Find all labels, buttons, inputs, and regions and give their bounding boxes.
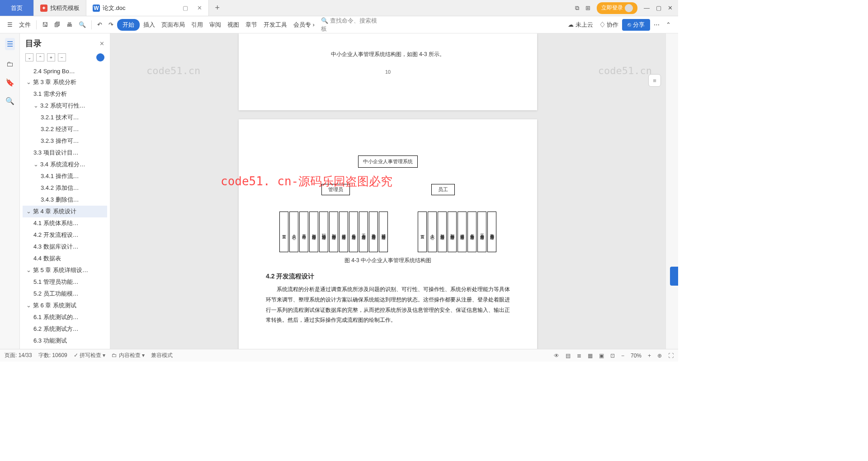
view-web-icon[interactable]: ▦: [588, 353, 593, 359]
login-button[interactable]: 立即登录: [597, 2, 637, 14]
menu-dev[interactable]: 开发工具: [261, 19, 290, 31]
eye-icon[interactable]: 👁: [554, 353, 559, 359]
paragraph: 系统流程的分析是通过调查系统所涉及问题的识别、可行性、可操作性、系统分析处理能力…: [266, 284, 510, 325]
content-check-button[interactable]: 🗀 内容检查 ▾: [112, 352, 145, 359]
tab-add[interactable]: +: [209, 0, 226, 16]
fullscreen-icon[interactable]: ⛶: [668, 353, 674, 359]
document-area[interactable]: ≡ 中小企业人事管理系统结构图，如图 4-3 所示。 10 code51. cn…: [110, 33, 665, 349]
close-icon[interactable]: ✕: [197, 5, 202, 11]
toc-item[interactable]: 3.4.1 操作流…: [23, 170, 107, 182]
float-menu-icon[interactable]: ≡: [648, 74, 661, 87]
tab-home[interactable]: 首页: [0, 0, 34, 16]
cloud-status[interactable]: ☁ 未上云: [565, 19, 596, 31]
redo-icon[interactable]: ↷: [106, 19, 116, 30]
bookmark-icon[interactable]: 🔖: [5, 78, 14, 87]
zoom-out-icon[interactable]: −: [621, 353, 624, 359]
right-gutter: [665, 33, 678, 349]
view-page-icon[interactable]: ▤: [566, 353, 571, 359]
structure-diagram: 中小企业人事管理系统 管理员 员工 首页个人中心员工管理部门信息管理职位信息管理…: [279, 155, 496, 252]
toc-item[interactable]: 第 5 章 系统详细设…: [23, 264, 107, 276]
toc-item[interactable]: 3.4.2 添加信…: [23, 182, 107, 194]
toc-item[interactable]: 3.4 系统流程分…: [23, 159, 107, 170]
more-icon[interactable]: ⋯: [651, 19, 662, 30]
toc-item[interactable]: 6.3 功能测试: [23, 335, 107, 347]
menu-review[interactable]: 审阅: [207, 19, 224, 31]
toc-item[interactable]: 4.3 数据库设计…: [23, 241, 107, 253]
minimize-icon[interactable]: —: [644, 5, 650, 11]
outline-title: 目录: [25, 38, 42, 49]
zoom-in-icon[interactable]: +: [648, 353, 651, 359]
menu-insert[interactable]: 插入: [141, 19, 158, 31]
expand-all-icon[interactable]: ⌃: [36, 53, 44, 61]
toc-item[interactable]: 第 6 章 系统测试: [23, 300, 107, 311]
diagram-col: 任务信息管理: [467, 212, 476, 252]
toc-item[interactable]: 2.4 Spring Bo…: [23, 66, 107, 76]
diagram-col: 培训信息管理: [458, 212, 467, 252]
grid-icon[interactable]: ⊞: [585, 5, 590, 11]
fit-icon[interactable]: ⊕: [657, 353, 662, 359]
collapse-all-icon[interactable]: ⌄: [25, 53, 33, 61]
spellcheck-button[interactable]: ✓ 拼写检查 ▾: [74, 352, 106, 359]
collab-button[interactable]: ♢ 协作: [597, 19, 622, 31]
toc-item[interactable]: 第 4 章 系统设计: [23, 206, 107, 217]
saveas-icon[interactable]: 🗐: [52, 19, 63, 30]
menu-chapter[interactable]: 章节: [243, 19, 260, 31]
toc-item[interactable]: 4.2 开发流程设…: [23, 229, 107, 241]
close-outline-icon[interactable]: ✕: [99, 40, 104, 47]
toc-item[interactable]: 6.2 系统测试方…: [23, 323, 107, 335]
share-button[interactable]: ⎋ 分享: [622, 19, 650, 31]
diagram-col: 任务信息管理: [349, 212, 358, 252]
remove-node-icon[interactable]: −: [58, 53, 66, 61]
tablet-icon[interactable]: ⧉: [575, 5, 579, 12]
toc-item[interactable]: 第 3 章 系统分析: [23, 76, 107, 88]
outline-icon[interactable]: ☰: [5, 38, 15, 50]
menu-view[interactable]: 视图: [225, 19, 242, 31]
menu-icon[interactable]: ☰: [5, 19, 15, 30]
view-outline-icon[interactable]: ≣: [577, 353, 581, 359]
toc-item[interactable]: 3.2.3 操作可…: [23, 135, 107, 147]
maximize-icon[interactable]: ▢: [656, 5, 661, 11]
undo-icon[interactable]: ↶: [94, 19, 105, 30]
toc-item[interactable]: 3.2.2 经济可…: [23, 123, 107, 135]
tab-document[interactable]: W论文.doc▢✕: [86, 0, 209, 16]
diagram-col: 福利信息管理: [448, 212, 457, 252]
compat-mode[interactable]: 兼容模式: [151, 352, 173, 359]
search-panel-icon[interactable]: 🔍: [5, 97, 14, 105]
clipboard-icon[interactable]: 🗀: [6, 60, 14, 68]
zoom-level[interactable]: 70%: [631, 353, 642, 359]
toc-item[interactable]: 3.2.1 技术可…: [23, 112, 107, 123]
page-indicator[interactable]: 页面: 14/33: [5, 352, 32, 359]
close-window-icon[interactable]: ✕: [668, 5, 673, 11]
toc-item[interactable]: 4.1 系统体系结…: [23, 217, 107, 229]
tab-templates[interactable]: ✦找稻壳模板: [34, 0, 86, 16]
print-icon[interactable]: 🖶: [64, 19, 75, 30]
toc-item[interactable]: 3.1 需求分析: [23, 88, 107, 100]
preview-icon[interactable]: 🔍: [76, 19, 89, 30]
menu-member[interactable]: 会员专 ›: [291, 19, 317, 31]
diagram-col: 首页: [418, 212, 427, 252]
toc-item[interactable]: 6.1 系统测试的…: [23, 311, 107, 323]
view-read-icon[interactable]: ▣: [599, 353, 604, 359]
expand-icon[interactable]: ⌃: [663, 19, 674, 30]
menu-file[interactable]: 文件: [16, 19, 33, 31]
screen-icon[interactable]: ▢: [183, 5, 188, 11]
search-input[interactable]: 🔍 查找命令、搜索模板: [318, 15, 382, 35]
menu-start[interactable]: 开始: [117, 19, 140, 31]
menu-layout[interactable]: 页面布局: [159, 19, 188, 31]
menu-ref[interactable]: 引用: [189, 19, 206, 31]
diagram-col: 员工管理: [299, 212, 308, 252]
toc-item[interactable]: 3.2 系统可行性…: [23, 100, 107, 112]
ruler-icon[interactable]: ⊡: [610, 353, 615, 359]
plus-icon: +: [215, 3, 220, 13]
word-count[interactable]: 字数: 10609: [38, 352, 67, 359]
toc-item[interactable]: 5.1 管理员功能…: [23, 276, 107, 288]
toc-item[interactable]: 4.4 数据表: [23, 253, 107, 264]
toc-item[interactable]: 3.3 项目设计目…: [23, 147, 107, 159]
toc-item[interactable]: 5.2 员工功能模…: [23, 288, 107, 300]
sync-icon[interactable]: [96, 53, 104, 61]
menu-bar: ☰ 文件 🖫 🗐 🖶 🔍 ↶ ↷ 开始 插入 页面布局 引用 审阅 视图 章节 …: [0, 16, 678, 33]
add-node-icon[interactable]: +: [47, 53, 55, 61]
side-tab[interactable]: [670, 267, 678, 286]
save-icon[interactable]: 🖫: [39, 19, 51, 30]
toc-item[interactable]: 3.4.3 删除信…: [23, 194, 107, 206]
